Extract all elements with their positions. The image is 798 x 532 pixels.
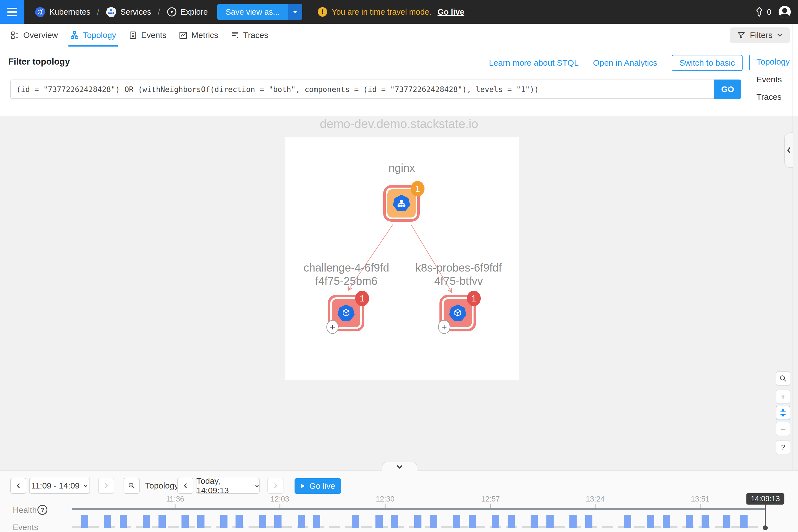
breadcrumb-kubernetes-label: Kubernetes — [49, 7, 90, 17]
time-travel-warning: ! You are in time travel mode. Go live — [318, 7, 464, 17]
event-bar[interactable] — [104, 515, 111, 528]
tab-overview-label: Overview — [23, 31, 58, 40]
tab-traces-label: Traces — [243, 31, 268, 40]
time-cursor-line[interactable] — [765, 504, 766, 527]
view-type-topology[interactable]: Topology — [757, 57, 790, 66]
event-bar[interactable] — [158, 515, 166, 528]
traces-icon — [230, 31, 240, 40]
go-button[interactable]: GO — [714, 79, 741, 99]
zoom-out-button[interactable]: − — [776, 422, 790, 436]
event-bar[interactable] — [143, 515, 150, 528]
overview-icon — [11, 31, 19, 40]
event-bar[interactable] — [686, 515, 693, 528]
event-bar[interactable] — [120, 515, 127, 528]
event-bar[interactable] — [723, 515, 730, 528]
tick-label: 12:30 — [376, 495, 395, 504]
filters-button-label: Filters — [750, 31, 773, 40]
event-bar[interactable] — [235, 515, 243, 528]
map-help-button[interactable]: ? — [776, 440, 790, 454]
node-challenge-pod[interactable]: 1 + — [328, 295, 364, 331]
open-analytics-link[interactable]: Open in Analytics — [593, 58, 657, 68]
view-type-events[interactable]: Events — [757, 75, 782, 84]
chevron-down-icon — [396, 465, 403, 469]
node-label-probes: k8s-probes-6f9fdf 4f75-btfvv — [406, 261, 511, 288]
event-bar[interactable] — [663, 515, 670, 528]
range-back-button[interactable] — [10, 478, 26, 494]
event-bar[interactable] — [197, 515, 205, 528]
event-bar[interactable] — [376, 515, 383, 528]
event-bar[interactable] — [352, 515, 359, 528]
event-bar[interactable] — [182, 515, 189, 528]
breadcrumb-explore-label: Explore — [180, 7, 208, 17]
breadcrumb-services[interactable]: Services — [106, 7, 151, 17]
tab-topology[interactable]: Topology — [70, 24, 116, 46]
event-bar[interactable] — [624, 515, 631, 528]
kubernetes-icon — [35, 7, 45, 17]
event-bar[interactable] — [469, 515, 476, 528]
event-bar[interactable] — [702, 515, 709, 528]
event-bar[interactable] — [569, 515, 576, 528]
top-bar: Kubernetes / Services / Explore Save vie… — [0, 0, 798, 24]
event-bar[interactable] — [531, 515, 538, 528]
pin-counter[interactable]: 0 — [755, 7, 772, 17]
fit-to-screen-button[interactable] — [776, 406, 790, 420]
event-bar[interactable] — [414, 515, 421, 528]
tab-overview[interactable]: Overview — [11, 24, 58, 46]
save-view-split-button: Save view as... — [217, 4, 302, 20]
alert-badge[interactable]: 1 — [467, 291, 481, 306]
breadcrumb-explore[interactable]: Explore — [167, 7, 208, 17]
explore-compass-icon — [167, 7, 177, 17]
alert-badge[interactable]: 1 — [355, 291, 369, 306]
event-bar[interactable] — [220, 515, 227, 528]
pin-count: 0 — [767, 7, 772, 17]
stql-help-link[interactable]: Learn more about STQL — [489, 58, 579, 68]
collapse-right-panel-button[interactable] — [784, 132, 793, 168]
stql-query-input[interactable] — [10, 79, 714, 99]
warning-text: You are in time travel mode. — [332, 7, 432, 17]
chevron-left-icon — [786, 147, 791, 153]
event-bar[interactable] — [740, 515, 747, 528]
active-view-indicator — [749, 55, 750, 70]
timeline-track[interactable]: 11:3612:0312:3012:5713:2413:51 14:09:13 — [72, 471, 770, 532]
tick-mark — [280, 504, 280, 508]
event-bar[interactable] — [453, 515, 460, 528]
event-bar[interactable] — [647, 515, 654, 528]
event-bar[interactable] — [298, 515, 305, 528]
event-bar[interactable] — [391, 515, 398, 528]
node-nginx[interactable]: 1 — [383, 185, 420, 222]
filters-button[interactable]: Filters — [730, 27, 790, 43]
event-bar[interactable] — [508, 515, 515, 528]
tab-metrics[interactable]: Metrics — [179, 24, 218, 46]
breadcrumb-separator: / — [158, 7, 160, 17]
event-bar[interactable] — [274, 515, 282, 528]
breadcrumb-kubernetes[interactable]: Kubernetes — [35, 7, 90, 17]
view-type-traces[interactable]: Traces — [757, 92, 782, 102]
event-bar[interactable] — [259, 515, 266, 528]
search-topology-button[interactable] — [776, 371, 790, 386]
user-avatar[interactable] — [779, 6, 791, 18]
health-help-icon[interactable]: ? — [37, 505, 48, 515]
breadcrumb: Kubernetes / Services / Explore — [35, 7, 208, 17]
save-view-button[interactable]: Save view as... — [217, 4, 288, 20]
zoom-in-button[interactable]: + — [776, 390, 790, 404]
collapse-timeline-button[interactable] — [382, 462, 417, 472]
go-live-link[interactable]: Go live — [438, 7, 464, 17]
events-icon — [128, 31, 137, 40]
tab-events[interactable]: Events — [128, 24, 167, 46]
time-cursor-handle[interactable] — [763, 525, 768, 530]
event-bar[interactable] — [81, 515, 88, 528]
tab-traces[interactable]: Traces — [230, 24, 268, 46]
event-bar[interactable] — [313, 515, 320, 528]
event-bar[interactable] — [585, 515, 592, 528]
event-bar[interactable] — [546, 515, 554, 528]
switch-to-basic-button[interactable]: Switch to basic — [672, 55, 743, 71]
menu-icon[interactable] — [0, 0, 24, 24]
save-view-caret-icon[interactable] — [288, 4, 302, 20]
event-bar[interactable] — [430, 515, 437, 528]
alert-badge[interactable]: 1 — [411, 181, 424, 196]
event-bar[interactable] — [492, 515, 499, 528]
node-probes-pod[interactable]: 1 + — [439, 295, 476, 331]
topology-viewport[interactable]: demo-dev.demo.stackstate.io nginx 1 — [0, 116, 798, 471]
expand-node-button[interactable]: + — [326, 320, 339, 334]
expand-node-button[interactable]: + — [438, 320, 450, 334]
